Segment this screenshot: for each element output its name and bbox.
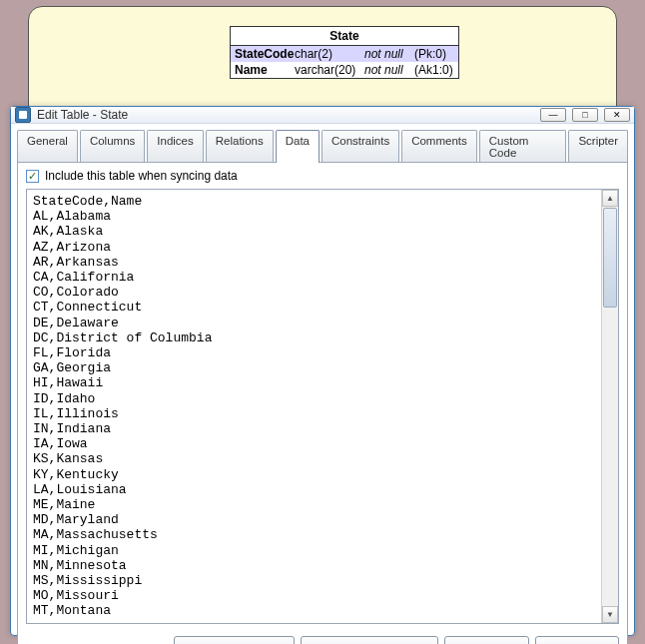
titlebar[interactable]: Edit Table - State ― □ ✕ [11,107,634,124]
col-type: char(2) [295,47,364,61]
tab-columns[interactable]: Columns [80,130,145,163]
tab-comments[interactable]: Comments [401,130,477,163]
tab-relations[interactable]: Relations [206,130,274,163]
import-csv-button[interactable]: Import CSV [535,636,619,644]
tab-custom-code[interactable]: Custom Code [479,130,567,163]
edit-table-window: Edit Table - State ― □ ✕ GeneralColumnsI… [10,106,635,636]
col-null: not null [364,47,414,61]
csv-textarea[interactable]: StateCode,Name AL,Alabama AK,Alaska AZ,A… [27,190,601,623]
app-icon [15,107,31,123]
entity-row[interactable]: StateCode char(2) not null (Pk:0) [231,46,458,62]
scroll-up-button[interactable]: ▲ [602,190,618,207]
maximize-button[interactable]: □ [572,108,598,122]
paste-clipboard-button[interactable]: Paste From Clipboard [301,636,439,644]
tab-scripter[interactable]: Scripter [568,130,628,163]
col-key: (Ak1:0) [414,63,454,77]
scrollbar[interactable]: ▲ ▼ [601,190,618,623]
entity-title: State [231,27,458,46]
col-name: StateCode [235,47,295,61]
sync-checkbox-label: Include this table when syncing data [45,169,238,183]
tab-indices[interactable]: Indices [147,130,203,163]
tab-data[interactable]: Data [276,130,320,163]
col-key: (Pk:0) [414,47,454,61]
sync-checkbox[interactable]: ✓ [26,170,39,183]
tab-constraints[interactable]: Constraints [322,130,399,163]
entity-table[interactable]: State StateCode char(2) not null (Pk:0) … [230,26,459,79]
scroll-down-button[interactable]: ▼ [602,606,618,623]
tab-general[interactable]: General [17,130,78,163]
col-type: varchar(20) [295,63,364,77]
entity-row[interactable]: Name varchar(20) not null (Ak1:0) [231,62,458,78]
col-null: not null [364,63,414,77]
tab-content: ✓ Include this table when syncing data S… [17,162,628,644]
scroll-thumb[interactable] [603,208,617,308]
tab-bar: GeneralColumnsIndicesRelationsDataConstr… [11,124,634,163]
close-button[interactable]: ✕ [604,108,630,122]
minimize-button[interactable]: ― [540,108,566,122]
footer-buttons: Copy To Clipboard Paste From Clipboard E… [18,630,627,644]
csv-data-area: StateCode,Name AL,Alabama AK,Alaska AZ,A… [26,189,619,624]
sync-checkbox-row[interactable]: ✓ Include this table when syncing data [18,163,627,189]
window-title: Edit Table - State [37,108,534,122]
export-csv-button[interactable]: Export CSV [444,636,529,644]
col-name: Name [235,63,295,77]
copy-clipboard-button[interactable]: Copy To Clipboard [174,636,295,644]
